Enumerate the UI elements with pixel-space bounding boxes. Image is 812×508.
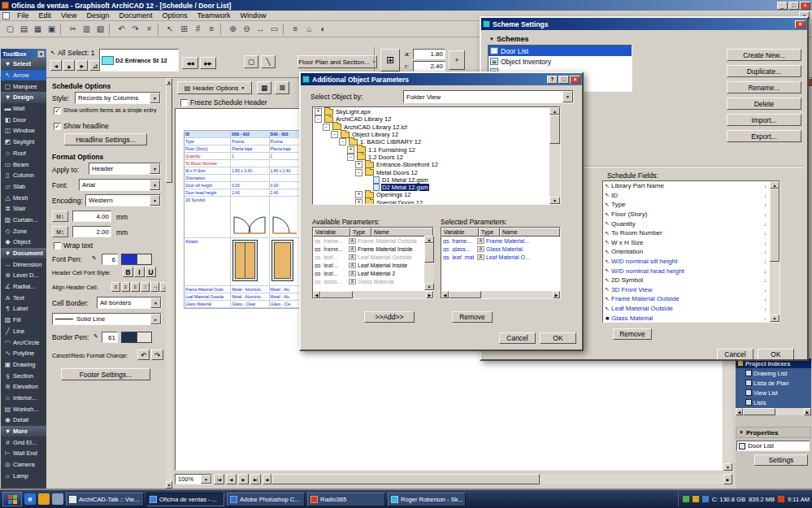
task-button[interactable]: Roger Roberson - Sk...	[388, 493, 466, 506]
freeze-header-checkbox[interactable]	[180, 99, 188, 106]
grid-icon[interactable]: ⊞	[177, 23, 191, 36]
tree-item[interactable]: - 1.2 Doors 12	[313, 154, 549, 161]
move-down-icon[interactable]	[761, 202, 770, 207]
schedule-field-row[interactable]: 3D Front View	[603, 285, 770, 295]
tray-network-icon[interactable]	[702, 496, 709, 502]
grid-element-tool[interactable]: # Grid El...	[1, 436, 46, 448]
apply-to-dropdown[interactable]: Header ▼	[89, 163, 161, 175]
move-down-icon[interactable]	[761, 193, 770, 198]
apply-format-icon[interactable]: ⊠	[275, 81, 289, 94]
scheme-dialog-titlebar[interactable]: Scheme Settings ×	[481, 18, 807, 30]
scheme-action-button[interactable]: Rename...	[727, 81, 801, 93]
sep[interactable]	[158, 24, 162, 35]
footer-settings-button[interactable]: Footer Settings...	[61, 368, 150, 380]
expander-icon[interactable]: +	[347, 146, 354, 154]
menu-item[interactable]: Edit	[34, 11, 57, 21]
camera-tool[interactable]: ◎ Camera	[1, 459, 46, 471]
menu-item[interactable]: File	[12, 11, 34, 21]
dropdown-icon[interactable]: ▼	[150, 297, 161, 308]
scroll-left-icon[interactable]: ◀	[441, 291, 449, 298]
task-button[interactable]: Radio365	[307, 493, 385, 506]
dropdown-icon[interactable]: ▼	[562, 91, 573, 102]
quick-launch-browser-icon[interactable]: e	[24, 493, 36, 505]
move-down-icon[interactable]	[761, 315, 770, 321]
interior-elevation-tool[interactable]: ⌂ Interior...	[1, 393, 46, 404]
schedule-field-row[interactable]: 2D Symbol	[603, 276, 770, 285]
encoding-dropdown[interactable]: Western ▼	[85, 194, 161, 206]
font-size-field[interactable]: 4.00	[72, 211, 111, 222]
move-down-icon[interactable]	[761, 306, 770, 311]
parameter-row[interactable]: gs_leaf... Leaf Material Outside	[313, 253, 433, 261]
move-down-icon[interactable]	[761, 258, 770, 264]
schedule-field-row[interactable]: Glass Material	[603, 313, 770, 322]
font-style-button[interactable]: I	[134, 267, 145, 277]
schedule-field-row[interactable]: To Room Number	[603, 228, 770, 238]
scroll-down-icon[interactable]: ▼	[549, 197, 560, 204]
schedule-field-row[interactable]: W/D nominal sill height	[603, 257, 770, 267]
task-button[interactable]: Adobe Photoshop C...	[227, 493, 305, 506]
marquee-tool[interactable]: ▢ Marquee	[1, 80, 46, 92]
sep[interactable]	[220, 24, 224, 35]
zoom-out-icon[interactable]: ⊖	[240, 23, 254, 36]
tray-monitor-icon[interactable]	[693, 496, 699, 502]
selected-parameter-row[interactable]: gs_frame... Frame Material...	[441, 237, 560, 245]
headline-settings-button[interactable]: Headline Settings...	[64, 133, 147, 145]
arrow-icon[interactable]: ↖	[163, 23, 177, 36]
align-right-icon[interactable]: ≡	[131, 282, 140, 292]
settings-button[interactable]: Settings	[754, 454, 808, 466]
close-button[interactable]: ×	[795, 20, 805, 28]
expander-icon[interactable]: -	[355, 169, 363, 176]
toolbox-row[interactable]: More	[1, 426, 46, 437]
dimension-tool[interactable]: ↔ Dimension	[1, 258, 46, 270]
font-pen-number[interactable]: 6	[102, 254, 118, 265]
close-button[interactable]: ×	[800, 2, 810, 10]
dropdown-icon[interactable]: ▼	[150, 180, 160, 190]
floor-plan-section-button[interactable]: Floor Plan and Section... ▼	[297, 55, 377, 68]
variable-column-header[interactable]: Variable	[313, 228, 350, 237]
scroll-up-icon[interactable]: ▲	[549, 107, 560, 115]
undo-icon[interactable]: ↶	[115, 23, 128, 36]
move-down-icon[interactable]	[761, 183, 770, 189]
next-element-button[interactable]: ▶▶	[200, 57, 216, 69]
marquee-mode-icon[interactable]: ▢	[244, 55, 258, 68]
navigator-item[interactable]: View List	[736, 388, 811, 397]
move-down-icon[interactable]	[761, 287, 770, 293]
side-arrow-icon[interactable]: ▸	[150, 314, 161, 324]
scheme-action-button[interactable]: Create New...	[727, 49, 801, 61]
align-center-icon[interactable]: ≡	[121, 282, 130, 292]
header-options-button[interactable]: ▤ Header Options ▼	[177, 81, 252, 94]
menu-item[interactable]: Teamwork	[192, 11, 235, 21]
border-pen-number[interactable]: 61	[102, 332, 118, 343]
schedule-field-row[interactable]: Frame Material Outside	[603, 294, 770, 304]
snap-grid-icon[interactable]: #	[191, 23, 205, 36]
elevation-tool[interactable]: ≋ Elevation	[1, 381, 46, 393]
add-parameter-button[interactable]: >>Add>>	[364, 311, 415, 323]
schemes-section-header[interactable]: ▼ Schemes	[489, 35, 528, 43]
toolbox-row[interactable]: Design	[1, 92, 46, 103]
expander-icon[interactable]: +	[355, 199, 363, 204]
wall-end-tool[interactable]: ⊢ Wall End	[1, 448, 46, 459]
font-dropdown[interactable]: Arial ▼	[79, 179, 161, 191]
type-column-header[interactable]: Type	[350, 228, 371, 237]
scroll-right-icon[interactable]: ▶	[723, 474, 732, 484]
paste-icon[interactable]: ▧	[93, 23, 107, 36]
task-button[interactable]: Oficina de ventas - ...	[146, 493, 224, 506]
task-button[interactable]: ArchiCAD-Talk :: Vie...	[66, 493, 144, 506]
toolbox-row[interactable]: Document	[1, 248, 46, 259]
stair-tool[interactable]: ≣ Stair	[1, 203, 46, 215]
remove-field-button[interactable]: Remove	[613, 328, 652, 340]
toolbox-row[interactable]: Select	[1, 59, 46, 70]
remove-parameter-button[interactable]: Remove	[452, 311, 493, 323]
section-tool[interactable]: § Section	[1, 370, 46, 381]
toolbox-close-icon[interactable]: ×	[37, 50, 45, 58]
ok-button[interactable]: OK	[540, 332, 576, 344]
expander-icon[interactable]: +	[355, 161, 363, 168]
border-pen-swatch[interactable]	[121, 332, 152, 343]
start-button[interactable]	[2, 492, 22, 506]
pan-icon[interactable]: ↔	[254, 23, 267, 36]
expander-icon[interactable]: +	[315, 108, 322, 115]
scroll-down-icon[interactable]: ▼	[166, 481, 172, 488]
available-hscrollbar[interactable]: ◀ ▶	[313, 291, 433, 298]
expander-icon[interactable]: +	[355, 191, 363, 198]
tray-antivirus-icon[interactable]	[683, 496, 689, 502]
